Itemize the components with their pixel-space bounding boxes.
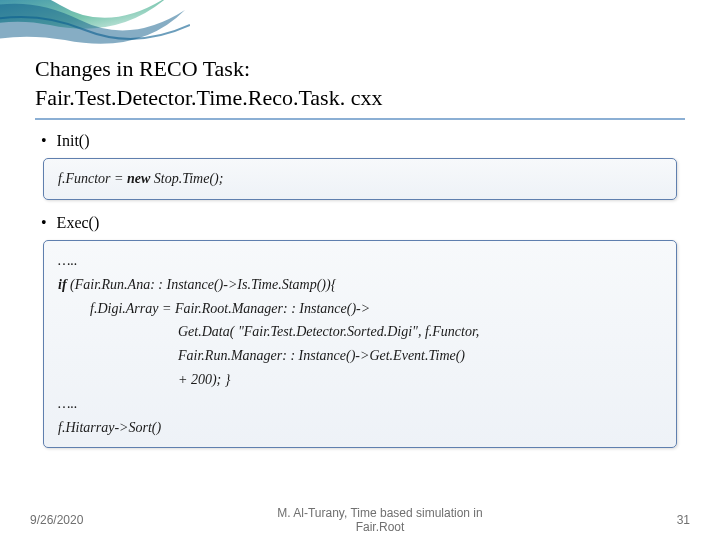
code-box-init: f.Functor = new Stop.Time(); (43, 158, 677, 200)
footer-center: M. Al-Turany, Time based simulation in F… (83, 506, 676, 534)
footer-page: 31 (677, 513, 690, 527)
code-l4: + 200); } (58, 368, 662, 392)
bullet-init: Init() (35, 132, 685, 150)
code-l2: Get.Data( "Fair.Test.Detector.Sorted.Dig… (58, 320, 662, 344)
footer-date: 9/26/2020 (30, 513, 83, 527)
footer: 9/26/2020 M. Al-Turany, Time based simul… (0, 506, 720, 534)
code-dots2: ….. (58, 396, 77, 411)
code-dots1: ….. (58, 253, 77, 268)
code-init: f.Functor = new Stop.Time(); (58, 171, 223, 186)
code-if: if (Fair.Run.Ana: : Instance()->Is.Time.… (58, 277, 336, 292)
code-box-exec: ….. if (Fair.Run.Ana: : Instance()->Is.T… (43, 240, 677, 448)
slide-title: Changes in RECO Task: Fair.Test.Detector… (35, 55, 685, 120)
code-sort: f.Hitarray->Sort() (58, 420, 161, 435)
title-line1: Changes in RECO Task: (35, 56, 250, 81)
title-line2: Fair.Test.Detector.Time.Reco.Task. cxx (35, 85, 382, 110)
code-l3: Fair.Run.Manager: : Instance()->Get.Even… (58, 344, 662, 368)
bullet-exec: Exec() (35, 214, 685, 232)
code-l1: f.Digi.Array = Fair.Root.Manager: : Inst… (58, 297, 662, 321)
